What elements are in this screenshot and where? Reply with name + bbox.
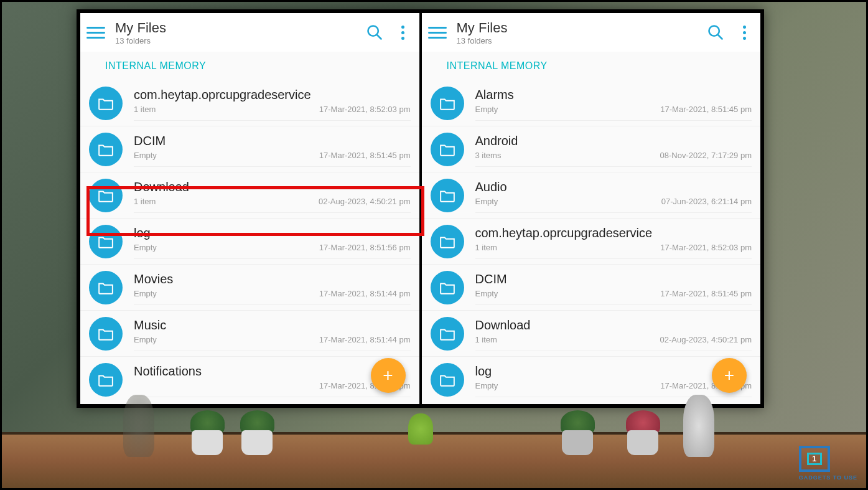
folder-row[interactable]: MusicEmpty17-Mar-2021, 8:51:44 pm xyxy=(80,311,419,357)
folder-row[interactable]: MoviesEmpty17-Mar-2021, 8:51:44 pm xyxy=(80,265,419,311)
folder-count: 13 folders xyxy=(457,36,702,45)
folder-name: com.heytap.oprcupgradeservice xyxy=(475,226,752,240)
file-info: com.heytap.oprcupgradeservice1 item17-Ma… xyxy=(134,88,411,121)
modified-date: 17-Mar-2021, 8:51:56 pm xyxy=(319,243,411,252)
folder-row[interactable]: logEmpty17-Mar-2021, 8:51:56 pm xyxy=(80,219,419,265)
add-fab-button[interactable]: + xyxy=(371,358,406,393)
folder-row[interactable]: Download1 item02-Aug-2023, 4:50:21 pm xyxy=(80,172,419,219)
folder-row[interactable]: Android3 items08-Nov-2022, 7:17:29 pm xyxy=(422,126,761,172)
item-count: Empty xyxy=(134,243,157,252)
file-info: com.heytap.oprcupgradeservice1 item17-Ma… xyxy=(475,226,752,259)
add-fab-button[interactable]: + xyxy=(712,358,747,393)
file-info: Notifications17-Mar-2021, 8:51:45 pm xyxy=(134,364,411,397)
item-count: 1 item xyxy=(475,335,497,344)
folder-name: log xyxy=(475,364,752,379)
folder-row[interactable]: com.heytap.oprcupgradeservice1 item17-Ma… xyxy=(422,219,761,265)
svg-line-1 xyxy=(376,35,381,39)
plant xyxy=(624,410,661,454)
folder-row[interactable]: AlarmsEmpty17-Mar-2021, 8:51:45 pm xyxy=(422,80,761,126)
folder-name: Notifications xyxy=(134,364,411,379)
more-options-icon[interactable] xyxy=(738,26,750,40)
folder-name: DCIM xyxy=(475,272,752,286)
folder-name: Android xyxy=(475,134,752,148)
folder-icon xyxy=(89,225,123,258)
folder-name: Audio xyxy=(475,180,752,194)
folder-row[interactable]: DCIMEmpty17-Mar-2021, 8:51:45 pm xyxy=(80,126,419,172)
folder-name: com.heytap.oprcupgradeservice xyxy=(134,88,411,102)
folder-count: 13 folders xyxy=(115,36,361,45)
modified-date: 08-Nov-2022, 7:17:29 pm xyxy=(660,151,752,160)
search-icon[interactable] xyxy=(366,24,383,41)
modified-date: 02-Aug-2023, 4:50:21 pm xyxy=(660,335,752,344)
folder-row[interactable]: DCIMEmpty17-Mar-2021, 8:51:45 pm xyxy=(422,265,761,311)
search-icon[interactable] xyxy=(707,24,724,41)
more-options-icon[interactable] xyxy=(397,26,409,40)
folder-row[interactable]: Download1 item02-Aug-2023, 4:50:21 pm xyxy=(422,311,761,357)
hamburger-menu-icon[interactable] xyxy=(86,23,105,42)
modified-date: 17-Mar-2021, 8:51:45 pm xyxy=(660,289,752,298)
folder-icon xyxy=(431,271,464,304)
section-header: INTERNAL MEMORY xyxy=(80,52,419,80)
file-info: Android3 items08-Nov-2022, 7:17:29 pm xyxy=(475,134,752,167)
folder-icon xyxy=(89,317,123,351)
item-count: 1 item xyxy=(134,105,156,114)
item-count: Empty xyxy=(475,289,498,298)
toolbar: My Files 13 folders xyxy=(80,13,419,52)
hamburger-menu-icon[interactable] xyxy=(428,23,447,42)
modified-date: 17-Mar-2021, 8:51:45 pm xyxy=(319,151,411,160)
file-info: Download1 item02-Aug-2023, 4:50:21 pm xyxy=(475,318,752,351)
app-title: My Files xyxy=(115,20,361,36)
folder-icon xyxy=(431,363,464,397)
folder-name: Alarms xyxy=(475,88,752,102)
modified-date: 17-Mar-2021, 8:52:03 pm xyxy=(319,105,411,114)
item-count: Empty xyxy=(134,335,157,344)
folder-row[interactable]: com.heytap.oprcupgradeservice1 item17-Ma… xyxy=(80,80,419,126)
folder-row[interactable]: AudioEmpty07-Jun-2023, 6:21:14 pm xyxy=(422,172,761,219)
folder-icon xyxy=(89,133,123,166)
folder-icon xyxy=(431,317,464,351)
folder-name: Movies xyxy=(134,272,411,286)
folder-icon xyxy=(89,363,123,397)
folder-name: Download xyxy=(475,318,752,332)
file-list: com.heytap.oprcupgradeservice1 item17-Ma… xyxy=(80,80,419,402)
folder-name: Music xyxy=(134,318,411,332)
modified-date: 07-Jun-2023, 6:21:14 pm xyxy=(661,197,752,206)
folder-row[interactable]: logEmpty17-Mar-2021, 8:51:45 pm xyxy=(422,357,761,402)
folder-name: Download xyxy=(134,180,411,194)
file-manager-right: My Files 13 folders INTERNAL MEMORY Alar… xyxy=(422,13,761,404)
item-count: 1 item xyxy=(475,243,497,252)
watermark-logo: 1 GADGETS TO USE xyxy=(799,446,857,481)
folder-row[interactable]: Notifications17-Mar-2021, 8:51:45 pm xyxy=(80,357,419,402)
section-header: INTERNAL MEMORY xyxy=(422,52,761,80)
android-figurine xyxy=(406,413,434,457)
item-count: Empty xyxy=(475,105,498,114)
folder-icon xyxy=(431,87,464,120)
modified-date: 02-Aug-2023, 4:50:21 pm xyxy=(319,197,410,206)
folder-icon xyxy=(89,179,123,212)
folder-name: log xyxy=(134,226,411,240)
folder-icon xyxy=(431,225,464,258)
plant xyxy=(189,410,226,454)
file-info: MusicEmpty17-Mar-2021, 8:51:44 pm xyxy=(134,318,411,351)
file-info: logEmpty17-Mar-2021, 8:51:56 pm xyxy=(134,226,411,259)
figurine xyxy=(683,395,714,457)
file-manager-left: My Files 13 folders INTERNAL MEMORY com.… xyxy=(80,13,419,404)
figurine xyxy=(123,395,154,457)
folder-icon xyxy=(431,133,464,166)
folder-name: DCIM xyxy=(134,134,411,148)
file-info: logEmpty17-Mar-2021, 8:51:45 pm xyxy=(475,364,752,397)
item-count: 1 item xyxy=(134,197,156,206)
folder-icon xyxy=(89,271,123,304)
file-info: DCIMEmpty17-Mar-2021, 8:51:45 pm xyxy=(134,134,411,167)
folder-icon xyxy=(89,87,123,120)
file-info: DCIMEmpty17-Mar-2021, 8:51:45 pm xyxy=(475,272,752,305)
tv-screen: My Files 13 folders INTERNAL MEMORY com.… xyxy=(77,9,764,408)
file-info: AlarmsEmpty17-Mar-2021, 8:51:45 pm xyxy=(475,88,752,121)
item-count: Empty xyxy=(475,197,498,206)
plant xyxy=(559,410,596,454)
file-info: Download1 item02-Aug-2023, 4:50:21 pm xyxy=(134,180,411,213)
modified-date: 17-Mar-2021, 8:51:44 pm xyxy=(319,335,411,344)
item-count: Empty xyxy=(134,289,157,298)
item-count: Empty xyxy=(134,151,157,160)
title-block: My Files 13 folders xyxy=(457,20,702,45)
